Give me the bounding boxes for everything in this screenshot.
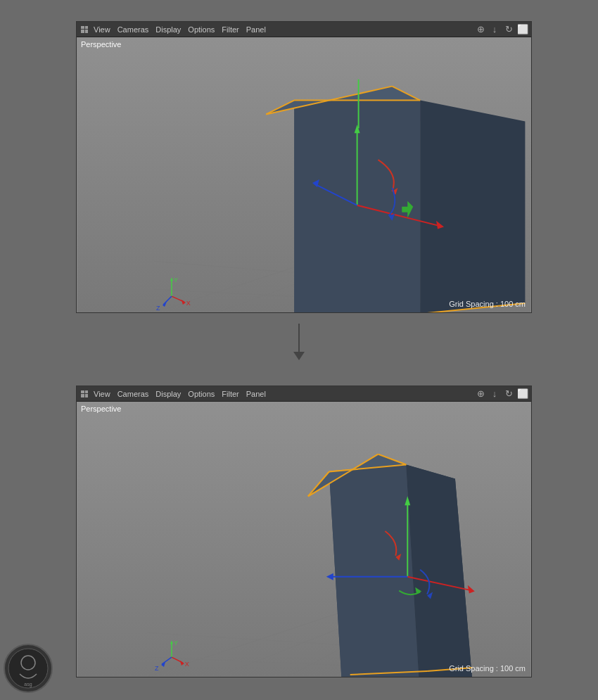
expand-icon-top[interactable]: ⬜ [517, 24, 528, 35]
svg-text:Z: Z [156, 305, 160, 312]
arrow-line [298, 324, 300, 352]
menu-panel-bottom[interactable]: Panel [246, 390, 266, 398]
menu-filter-top[interactable]: Filter [222, 25, 238, 34]
arrow-head [293, 352, 305, 360]
refresh-icon-top[interactable]: ↻ [503, 24, 514, 35]
scene-svg-bottom: Y X Z [77, 402, 531, 677]
perspective-label-top: Perspective [81, 40, 121, 49]
move-icon-bottom[interactable]: ⊕ [475, 388, 486, 400]
scene-svg-top: Y X Z [77, 37, 531, 312]
refresh-icon-bottom[interactable]: ↻ [503, 388, 514, 400]
transition-arrow [293, 324, 305, 360]
menu-panel-top[interactable]: Panel [246, 25, 266, 34]
expand-icon-bottom[interactable]: ⬜ [517, 388, 528, 400]
canvas-top: Perspective [77, 37, 531, 312]
canvas-bottom: Perspective [77, 402, 531, 677]
grid-menu-icon [79, 25, 89, 34]
menu-cameras-bottom[interactable]: Cameras [117, 390, 149, 398]
svg-text:Z: Z [155, 665, 159, 672]
grid-menu-icon-bottom [79, 389, 89, 399]
svg-text:X: X [186, 300, 191, 307]
menu-options-bottom[interactable]: Options [188, 390, 215, 398]
toolbar-icons-top: ⊕ ↓ ↻ ⬜ [475, 24, 528, 35]
grid-spacing-top: Grid Spacing : 100 cm [449, 300, 526, 308]
menu-view-bottom[interactable]: View [94, 390, 110, 398]
svg-text:X: X [185, 661, 189, 668]
menubar-bottom: View Cameras Display Options Filter Pane… [77, 386, 531, 402]
svg-text:asg: asg [24, 682, 32, 687]
watermark-circle: asg [4, 644, 53, 693]
watermark: asg [4, 644, 56, 696]
perspective-label-bottom: Perspective [81, 405, 121, 413]
move-icon-top[interactable]: ⊕ [475, 24, 486, 35]
svg-text:Y: Y [174, 639, 178, 647]
watermark-svg: asg [7, 647, 49, 689]
menubar-top: View Cameras Display Options Filter Pane… [77, 22, 531, 37]
menu-cameras-top[interactable]: Cameras [117, 25, 149, 34]
menu-filter-bottom[interactable]: Filter [222, 390, 238, 398]
toolbar-icons-bottom: ⊕ ↓ ↻ ⬜ [475, 388, 528, 400]
menu-view-top[interactable]: View [94, 25, 110, 34]
svg-marker-10 [420, 101, 525, 312]
menu-display-bottom[interactable]: Display [155, 390, 181, 398]
svg-text:Y: Y [174, 276, 178, 284]
down-icon-top[interactable]: ↓ [489, 24, 500, 35]
menu-display-top[interactable]: Display [155, 25, 181, 34]
down-icon-bottom[interactable]: ↓ [489, 388, 500, 400]
viewport-bottom: View Cameras Display Options Filter Pane… [76, 386, 532, 677]
grid-spacing-bottom: Grid Spacing : 100 cm [449, 664, 526, 673]
viewport-top: View Cameras Display Options Filter Pane… [76, 21, 532, 313]
menu-options-top[interactable]: Options [188, 25, 215, 34]
